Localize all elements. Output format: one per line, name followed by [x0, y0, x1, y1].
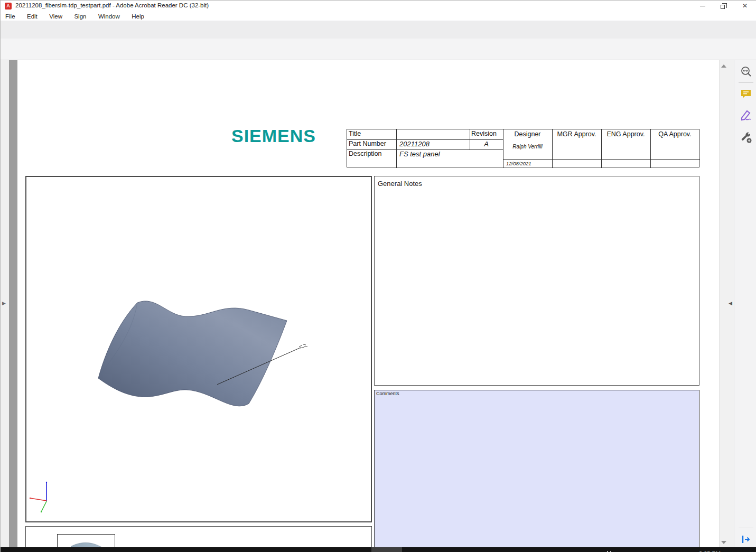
comment-tool-icon[interactable]: [740, 88, 752, 100]
part-number-value: 20211208: [398, 139, 468, 148]
general-notes-label: General Notes: [378, 180, 422, 188]
restore-button[interactable]: [714, 1, 732, 11]
taskbar-app-segment[interactable]: [371, 547, 402, 552]
scroll-up-icon[interactable]: [721, 64, 726, 68]
qa-approv-label: QA Approv.: [650, 130, 699, 138]
siemens-logo: SIEMENS: [231, 126, 316, 146]
menu-help[interactable]: Help: [127, 12, 149, 21]
title-bar: A 20211208_fibersim-tdp_testpart.pdf - A…: [1, 1, 756, 11]
scroll-down-icon[interactable]: [721, 541, 726, 544]
description-label: Description: [347, 149, 396, 158]
document-area: ▶ SIEMENS Title Revision Part Number 202…: [1, 60, 756, 547]
nav-pane-expand-icon[interactable]: ▶: [2, 301, 6, 306]
windows-taskbar[interactable]: 2:25 PM: [1, 547, 756, 552]
menu-bar: File Edit View Sign Window Help: [1, 11, 756, 21]
menu-file[interactable]: File: [1, 12, 20, 21]
model-viewport[interactable]: [25, 176, 372, 522]
revision-label: Revision: [470, 129, 503, 138]
part-number-label: Part Number: [347, 139, 396, 148]
main-toolbar: ☆ / 1 80.3%: [1, 39, 756, 60]
tools-pane-collapse-icon[interactable]: ◀: [729, 301, 732, 306]
fill-sign-tool-icon[interactable]: [740, 109, 752, 122]
menu-window[interactable]: Window: [94, 12, 125, 21]
pane-divider: [739, 528, 753, 528]
surface-3d-view: [26, 177, 371, 521]
close-button[interactable]: ✕: [736, 1, 754, 11]
page-margin: [9, 60, 17, 547]
title-label: Title: [347, 129, 396, 138]
open-tools-pane-icon[interactable]: [740, 533, 752, 546]
mgr-approv-label: MGR Approv.: [552, 130, 601, 138]
designer-label: Designer: [503, 130, 552, 138]
surface-patch: [98, 301, 287, 406]
more-tools-icon[interactable]: [740, 131, 752, 144]
revision-value: A: [470, 139, 503, 148]
comments-label: Comments: [376, 391, 399, 396]
comments-panel[interactable]: [374, 390, 699, 552]
adobe-acrobat-icon: A: [5, 3, 12, 10]
title-block-table: Title Revision Part Number 20211208 A De…: [347, 129, 699, 167]
restore-icon: [721, 5, 725, 9]
vertical-scrollbar[interactable]: [719, 60, 727, 547]
window-title: 20211208_fibersim-tdp_testpart.pdf - Ado…: [15, 2, 209, 8]
designer-name: Ralph Verrilli: [503, 143, 552, 150]
general-notes-panel: [374, 176, 699, 386]
pane-divider: [739, 82, 753, 83]
marquee-zoom-icon[interactable]: [740, 66, 752, 78]
tab-bar: Home Tools 20211208_fibersim...×: [1, 21, 756, 39]
eng-approv-label: ENG Approv.: [601, 130, 650, 138]
designer-date: 12/08/2021: [505, 160, 552, 167]
description-value: FS test panel: [398, 149, 501, 158]
coordinate-triad: [30, 482, 47, 512]
acrobat-window: A 20211208_fibersim-tdp_testpart.pdf - A…: [0, 0, 756, 552]
menu-sign[interactable]: Sign: [69, 12, 91, 21]
minimize-button[interactable]: [694, 1, 712, 11]
menu-edit[interactable]: Edit: [22, 12, 42, 21]
menu-view[interactable]: View: [44, 12, 67, 21]
